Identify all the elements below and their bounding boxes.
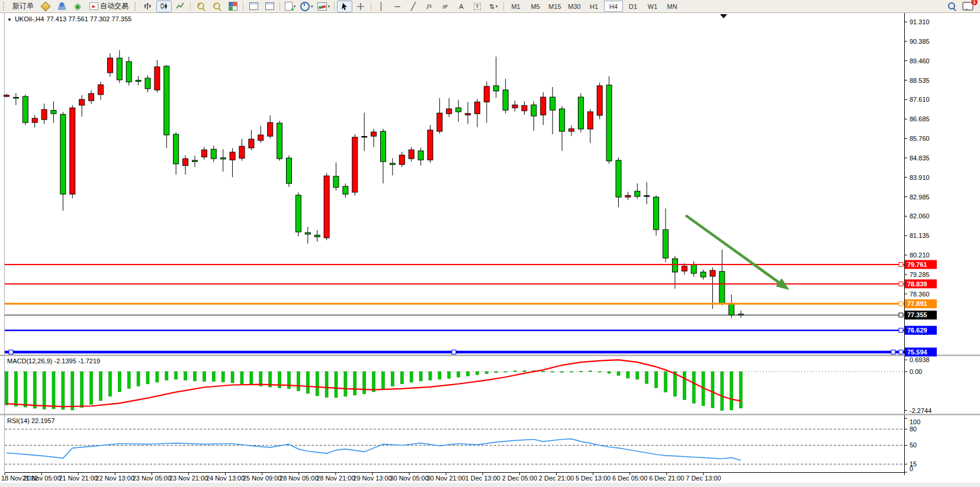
horizontal-line-tool[interactable]: ─ — [390, 1, 405, 12]
macd-histogram-bar — [730, 372, 733, 410]
macd-histogram-bar — [448, 372, 451, 379]
candle-body — [493, 86, 499, 91]
macd-histogram-bar — [212, 372, 215, 381]
macd-histogram-bar — [203, 372, 205, 382]
macd-histogram-bar — [5, 372, 8, 405]
new-order-button[interactable]: 新订单 — [9, 1, 37, 12]
toolbar-grip[interactable] — [3, 2, 7, 11]
indicators-button[interactable]: ▾ — [316, 1, 332, 12]
line-handle[interactable] — [891, 350, 895, 354]
macd-histogram-bar — [165, 372, 168, 380]
candle-body — [654, 197, 659, 230]
candle-body — [663, 230, 669, 258]
tile-windows-icon — [229, 2, 237, 11]
candle-body — [597, 86, 602, 115]
candle-body — [249, 139, 254, 148]
candle-body — [701, 272, 706, 277]
macd-histogram-bar — [645, 372, 648, 383]
vertical-line-tool[interactable]: │ — [374, 1, 389, 12]
macd-histogram-bar — [335, 372, 338, 398]
crosshair-tool-button[interactable] — [353, 1, 368, 12]
time-tick-label: 7 Dec 13:00 — [686, 475, 721, 482]
macd-histogram-bar — [485, 372, 488, 373]
macd-histogram-bar — [542, 371, 545, 372]
text-label-tool[interactable]: T — [470, 1, 485, 12]
line-handle[interactable] — [452, 350, 456, 354]
macd-histogram-bar — [589, 371, 592, 372]
price-chart[interactable]: 91.31090.38589.46088.53587.61086.68585.7… — [0, 0, 980, 487]
tab-m1[interactable]: M1 — [506, 1, 525, 12]
macd-histogram-bar — [175, 372, 178, 379]
chart-end-button[interactable] — [262, 1, 277, 12]
market-watch-icon[interactable] — [38, 1, 53, 12]
bar-chart-mode-button[interactable] — [140, 1, 156, 12]
candle-body — [616, 160, 621, 197]
candle-body — [691, 265, 696, 273]
candle-body — [343, 186, 348, 194]
macd-histogram-bar — [636, 372, 639, 379]
tab-mn[interactable]: MN — [663, 1, 682, 12]
indicators-icon — [317, 2, 327, 11]
line-axis-marker — [899, 302, 903, 306]
signals-icon[interactable]: ◉ — [70, 1, 85, 12]
autotrading-button[interactable]: ▶ 自动交易 — [86, 1, 132, 12]
macd-histogram-bar — [391, 372, 394, 386]
macd-histogram-bar — [306, 372, 309, 394]
line-chart-mode-button[interactable] — [172, 1, 188, 12]
tab-w1[interactable]: W1 — [643, 1, 662, 12]
time-tick-label: 28 Nov 05:00 — [279, 475, 318, 482]
macd-histogram-bar — [194, 372, 197, 381]
trading-terminal: 新订单 ◉ ▶ 自动交易 + − +▾ ▾ ▾ — [0, 0, 980, 487]
line-price-label-text: 75.594 — [907, 349, 928, 356]
tab-m15[interactable]: M15 — [545, 1, 564, 12]
candle-body — [70, 108, 75, 194]
notifications-button[interactable]: 1 — [960, 1, 975, 12]
arrows-tool[interactable]: ⇅▾ — [486, 1, 501, 12]
periods-button[interactable]: ▾ — [298, 1, 315, 12]
tab-h1[interactable]: H1 — [584, 1, 603, 12]
macd-histogram-bar — [297, 372, 300, 391]
line-price-label-text: 78.839 — [907, 280, 927, 288]
macd-histogram-bar — [626, 372, 629, 378]
price-tick-label: 90.385 — [910, 38, 930, 45]
candle-body — [503, 90, 508, 110]
macd-histogram-bar — [14, 372, 17, 406]
macd-histogram-bar — [551, 372, 554, 372]
new-chart-button[interactable]: +▾ — [282, 1, 298, 12]
macd-histogram-bar — [655, 372, 658, 388]
macd-histogram-bar — [561, 372, 564, 372]
price-tick-label: 83.910 — [910, 174, 930, 181]
time-tick-label: 29 Nov 13:00 — [353, 475, 391, 482]
toolbar-grip[interactable] — [134, 2, 138, 11]
time-tick-label: 2 Dec 21:00 — [539, 475, 574, 482]
tab-d1[interactable]: D1 — [624, 1, 642, 12]
price-tick-label: 80.210 — [910, 251, 930, 259]
cursor-tool-button[interactable] — [337, 1, 352, 12]
line-handle[interactable] — [9, 350, 13, 354]
tab-m30[interactable]: M30 — [565, 1, 584, 12]
symbol-dropdown-icon[interactable]: ▼ — [7, 17, 12, 22]
macd-histogram-bar — [494, 372, 497, 373]
tile-windows-button[interactable] — [225, 1, 240, 12]
candle-body — [145, 78, 150, 89]
fibonacci-tool[interactable]: ≡F — [438, 1, 453, 12]
macd-histogram-bar — [250, 372, 253, 385]
candle-body — [230, 152, 235, 160]
accounts-icon[interactable] — [54, 1, 69, 12]
macd-histogram-bar — [382, 372, 385, 389]
search-button[interactable] — [944, 1, 959, 12]
zoom-in-button[interactable]: + — [193, 1, 208, 12]
rsi-indicator-label: RSI(14) 22.1957 — [7, 417, 55, 424]
price-tick-label: 87.610 — [910, 96, 930, 103]
zoom-out-button[interactable]: − — [209, 1, 224, 12]
time-tick-label: 6 Dec 21:00 — [649, 475, 684, 482]
candle-chart-mode-button[interactable] — [156, 1, 172, 12]
tab-m5[interactable]: M5 — [526, 1, 545, 12]
macd-histogram-bar — [127, 372, 130, 388]
channel-tool[interactable]: ⫽E — [422, 1, 437, 12]
tab-h4[interactable]: H4 — [604, 1, 623, 12]
trendline-tool[interactable]: ╱ — [406, 1, 421, 12]
text-tool[interactable]: A — [454, 1, 469, 12]
line-axis-marker — [899, 282, 903, 286]
chart-forward-button[interactable] — [246, 1, 261, 12]
